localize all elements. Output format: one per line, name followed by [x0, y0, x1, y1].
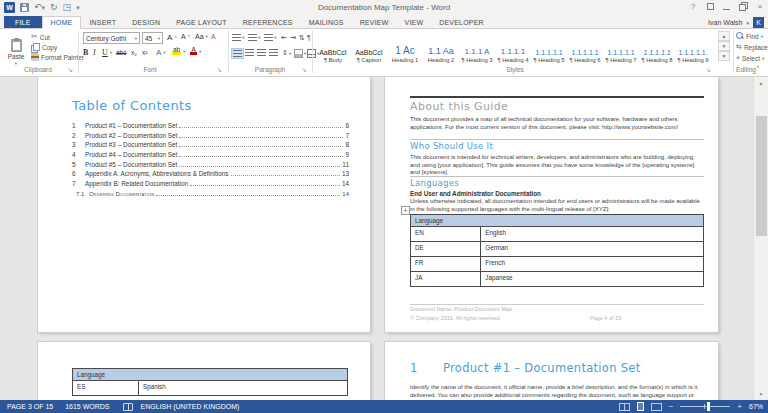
about-intro-paragraph[interactable]: This document provides a map of all tech… [410, 116, 704, 131]
format-painter-button[interactable]: Format Painter [31, 53, 84, 61]
toc-entry[interactable]: 3 Product #3 – Documentation Set 8 [72, 142, 349, 149]
zoom-percentage[interactable]: 67% [749, 403, 763, 410]
style-item-heading-6[interactable]: 1.1.1.1.1 ¶ Heading 6 [567, 31, 603, 64]
vertical-scrollbar[interactable]: ▲ ▼ [753, 77, 768, 400]
style-item-heading-5[interactable]: 1.1.1.1.1 ¶ Heading 5 [531, 31, 567, 64]
who-should-use-paragraph[interactable]: This document is intended for technical … [410, 154, 704, 177]
ribbon-display-options-icon[interactable] [707, 3, 714, 10]
page-about-this-guide[interactable]: About this Guide This document provides … [385, 77, 718, 332]
product-body-paragraph[interactable]: Identify the name of the document, it of… [410, 384, 704, 400]
help-icon[interactable]: ? [688, 2, 698, 11]
language-code-cell[interactable]: FR [411, 257, 481, 272]
zoom-slider-thumb[interactable] [707, 402, 710, 411]
toc-entry[interactable]: 1 Product #1 – Documentation Set 6 [72, 123, 349, 130]
language-code-cell[interactable]: ES [73, 381, 139, 396]
footer-page-number[interactable]: Page 4 of 15 [590, 315, 621, 321]
language-name-cell[interactable]: French [481, 257, 704, 272]
superscript-button[interactable]: x² [142, 49, 147, 56]
styles-more-icon[interactable]: ▼ [718, 51, 730, 61]
product-heading-number[interactable]: 1 [410, 361, 417, 375]
footer-copyright[interactable]: © Company 2015. All rights reserved. [410, 315, 501, 321]
styles-scroll-up-icon[interactable]: ▲ [718, 31, 730, 41]
bold-button[interactable]: B [83, 48, 88, 57]
toc-heading[interactable]: Table of Contents [72, 98, 192, 113]
zoom-out-icon[interactable]: − [669, 402, 674, 411]
table-header-cell[interactable]: Language [411, 215, 704, 227]
style-item-body[interactable]: AaBbCcI ¶ Body [315, 31, 351, 64]
word-count[interactable]: 1615 WORDS [65, 403, 109, 410]
styles-scroll-down-icon[interactable]: ▼ [718, 41, 730, 51]
style-item-heading-7[interactable]: 1.1.1.1.1 ¶ Heading 7 [603, 31, 639, 64]
print-layout-icon[interactable] [637, 402, 644, 411]
increase-indent-button[interactable]: ⇥ [289, 33, 297, 43]
tab-page-layout[interactable]: PAGE LAYOUT [168, 16, 235, 28]
font-color-button[interactable]: A ▾ [190, 47, 201, 55]
account-area[interactable]: Ivan Walsh ▾ K [708, 17, 764, 28]
toc-entry[interactable]: 6 Appendix A: Acronyms, Abbreviations & … [72, 171, 349, 178]
sort-button[interactable]: ⇅ [298, 33, 306, 43]
languages-subheading[interactable]: End User and Administrator Documentation [410, 190, 541, 197]
tab-view[interactable]: VIEW [397, 16, 432, 28]
collapse-ribbon-icon[interactable]: ⌃ [755, 65, 761, 73]
minimize-icon[interactable] [723, 9, 730, 10]
tab-insert[interactable]: INSERT [81, 16, 124, 28]
zoom-slider[interactable] [680, 406, 730, 407]
close-icon[interactable]: × [755, 2, 765, 11]
strikethrough-button[interactable]: abc [116, 49, 126, 56]
languages-heading[interactable]: Languages [410, 178, 459, 188]
proofing-book-icon[interactable] [123, 403, 133, 411]
language-code-cell[interactable]: DE [411, 242, 481, 257]
language-code-cell[interactable]: JA [411, 272, 481, 287]
language-indicator[interactable]: ENGLISH (UNITED KINGDOM) [141, 403, 240, 410]
restore-icon[interactable] [739, 4, 746, 11]
line-spacing-button[interactable]: ⇕▾ [281, 48, 292, 58]
tab-developer[interactable]: DEVELOPER [431, 16, 492, 28]
styles-dialog-launcher-icon[interactable]: ⇘ [706, 66, 711, 73]
align-right-button[interactable] [256, 48, 267, 57]
read-mode-icon[interactable] [619, 403, 630, 411]
product-heading[interactable]: Product #1 – Documentation Set [443, 361, 641, 375]
style-item-heading-9[interactable]: 1.1.1.1.1. ¶ Heading 9 [675, 31, 711, 64]
zoom-in-icon[interactable]: + [737, 402, 742, 411]
show-marks-button[interactable]: ¶ [306, 33, 312, 42]
web-layout-icon[interactable] [651, 403, 662, 411]
copy-button[interactable]: Copy [31, 43, 57, 51]
languages-paragraph[interactable]: Unless otherwise indicated, all document… [410, 198, 704, 213]
toc-entry[interactable]: 5 Product #5 – Documentation Set 11 [72, 162, 349, 169]
tab-home[interactable]: HOME [42, 16, 82, 29]
change-case-button[interactable]: Aa▾ [195, 33, 208, 40]
highlight-color-button[interactable]: ab ▾ [172, 47, 185, 55]
style-item-heading-2[interactable]: 1.1 Aa Heading 2 [423, 31, 459, 64]
style-item-heading-4[interactable]: 1.1.1.1 ¶ Heading 4 [495, 31, 531, 64]
scroll-down-icon[interactable]: ▼ [754, 388, 768, 400]
style-item-heading-1[interactable]: 1 Ac Heading 1 [387, 31, 423, 64]
subscript-button[interactable]: x₂ [131, 49, 137, 56]
clear-formatting-button[interactable]: A [211, 33, 216, 40]
shrink-font-button[interactable]: A˅ [181, 33, 190, 40]
language-code-cell[interactable]: EN [411, 227, 481, 242]
page-indicator[interactable]: PAGE 3 OF 15 [7, 403, 53, 410]
tab-references[interactable]: REFERENCES [235, 16, 301, 28]
table-header-cell[interactable]: Language [73, 369, 348, 381]
font-family-combobox[interactable]: Century Gothi ▾ [83, 32, 140, 44]
justify-button[interactable] [268, 48, 279, 57]
italic-button[interactable]: I [93, 48, 96, 57]
page-product-1[interactable]: 1 Product #1 – Documentation Set Identif… [385, 342, 718, 400]
language-name-cell[interactable]: English [481, 227, 704, 242]
select-button[interactable]: ⌖ Select▾ [736, 54, 764, 62]
page-table-of-contents[interactable]: Table of Contents 1 Product #1 – Documen… [38, 77, 370, 332]
text-effects-button[interactable]: A▾ [156, 48, 166, 57]
find-button[interactable]: Find▾ [736, 32, 763, 40]
language-name-cell[interactable]: Spanish [139, 381, 348, 396]
grow-font-button[interactable]: A˄ [167, 33, 177, 42]
numbering-button[interactable]: ▾ [247, 33, 261, 42]
language-name-cell[interactable]: German [481, 242, 704, 257]
multilevel-list-button[interactable]: ▾ [263, 33, 277, 42]
paragraph-dialog-launcher-icon[interactable]: ⇘ [302, 66, 307, 73]
tab-file[interactable]: FILE [4, 16, 42, 28]
scroll-up-icon[interactable]: ▲ [754, 77, 768, 89]
who-should-use-heading[interactable]: Who Should Use It [410, 141, 493, 151]
tab-mailings[interactable]: MAILINGS [301, 16, 352, 28]
style-item-heading-3[interactable]: 1.1.1 A ¶ Heading 3 [459, 31, 495, 64]
table-move-handle[interactable]: + [401, 206, 410, 215]
